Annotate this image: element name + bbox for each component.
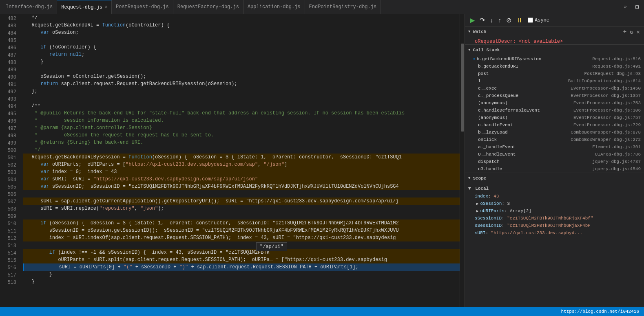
scope-expand-triangle: ▶	[476, 202, 478, 206]
line-num-505: 505	[0, 184, 16, 191]
resume-button[interactable]: ▶	[468, 15, 476, 25]
scope-entry-expandable-2[interactable]: ▶oURIParts: Array[2]	[465, 206, 644, 214]
code-line-499: * @returns {String} the back-end URI.	[23, 139, 460, 146]
code-line-503: var index = 0; index = 43	[23, 168, 460, 176]
pause-button[interactable]: ⏸	[515, 16, 524, 25]
code-line-517: }	[23, 271, 460, 278]
line-numbers: 4824834844854864874884894904914924934944…	[0, 14, 20, 307]
callstack-func-6: (anonymous)	[478, 99, 560, 107]
callstack-func-4: c._exec	[478, 85, 560, 92]
callstack-entry-13[interactable]: U._handleEventUIArea-dbg.js:786	[465, 151, 644, 158]
callstack-entry-14[interactable]: dispatchjquery-dbg.js:4737	[465, 158, 644, 165]
callstack-entry-4[interactable]: c._execEventProcessor-dbg.js:1450	[465, 85, 644, 92]
line-num-511: 511	[0, 228, 16, 235]
callstack-entry-1[interactable]: b.getBackendURIRequest-dbg.js:491	[465, 63, 644, 70]
watch-collapse-button[interactable]: ✕	[636, 29, 641, 35]
call-stack-header[interactable]: ▼ Call Stack	[465, 45, 644, 55]
tab-tab2[interactable]: Request-dbg.js×	[57, 0, 112, 14]
callstack-entry-11[interactable]: onclickComboBoxWrapper-dbg.js:272	[465, 136, 644, 143]
callstack-file-15: jquery-dbg.js:4549	[592, 165, 641, 173]
tab-tab4[interactable]: RequestFactory-dbg.js	[173, 0, 243, 14]
debug-toolbar: ▶ ↷ ↓ ↑ ⊘ ⏸ Async	[465, 14, 644, 26]
scope-local-header[interactable]: ▼ Local	[465, 184, 644, 192]
code-line-492: };	[23, 88, 460, 95]
callstack-entry-7[interactable]: c.handleDeferrableEventEventProcessor-db…	[465, 107, 644, 114]
code-editor[interactable]: 4824834844854864874884894904914924934944…	[0, 14, 465, 307]
line-num-504: 504	[0, 176, 16, 184]
callstack-file-10: ComboBoxWrapper-dbg.js:878	[571, 129, 641, 136]
scope-entry-0: index: 43	[465, 192, 644, 199]
scope-entry-suri: sURI: "https://qx1-cust233.dev.sapbyd...	[465, 228, 644, 236]
callstack-entry-10[interactable]: b._lazyLoadComboBoxWrapper-dbg.js:878	[465, 129, 644, 136]
callstack-entry-0[interactable]: ●b.getBackendURIBysessionRequest-dbg.js:…	[465, 55, 644, 63]
scope-entry-sessionid: sSessionID: "cz1TSUQlM2FBTk9OJTNhbGRjaXF…	[465, 221, 644, 228]
code-line-516: sURI = oURIParts[0] + "(" + sSessionID +…	[23, 263, 460, 271]
callstack-entry-9[interactable]: c.handleEventEventProcessor-dbg.js:729	[465, 121, 644, 129]
code-line-485	[23, 36, 460, 44]
tab-tab6[interactable]: EndPointRegistry-dbg.js	[305, 0, 381, 14]
callstack-entry-2[interactable]: postPostRequest-dbg.js:98	[465, 70, 644, 77]
tab-close-tab2[interactable]: ×	[105, 5, 107, 9]
code-line-491: return sap.client.request.Request.getBac…	[23, 80, 460, 88]
line-num-507: 507	[0, 198, 16, 206]
line-num-496: 496	[0, 118, 16, 125]
line-num-500: 500	[0, 147, 16, 154]
callstack-func-3: l	[478, 77, 560, 85]
callstack-entry-8[interactable]: (anonymous)EventProcessor-dbg.js:757	[465, 114, 644, 121]
watch-add-button[interactable]: +	[622, 29, 627, 35]
callstack-entry-6[interactable]: (anonymous)EventProcessor-dbg.js:753	[465, 99, 644, 107]
tab-tab1[interactable]: Interface-dbg.js	[2, 0, 57, 14]
callstack-func-10: b._lazyLoad	[478, 129, 560, 136]
tab-tab5[interactable]: Application-dbg.js	[243, 0, 305, 14]
watch-triangle-icon: ▼	[468, 30, 470, 34]
code-line-488: }	[23, 58, 460, 66]
code-content[interactable]: "/ap/ui" */ Request.getBackendURI = func…	[20, 14, 460, 307]
callstack-entry-12[interactable]: a._handleEventElement-dbg.js:301	[465, 143, 644, 151]
tab-bar: Interface-dbg.jsRequest-dbg.js×PostReque…	[0, 0, 644, 14]
line-num-495: 495	[0, 110, 16, 118]
tooltip: "/ap/ui"	[256, 242, 287, 251]
callstack-file-14: jquery-dbg.js:4737	[592, 158, 641, 165]
callstack-func-13: U._handleEvent	[478, 151, 560, 158]
code-line-515: oURIParts = sURI.split(sap.client.reques…	[23, 256, 460, 263]
tab-tab3[interactable]: PostRequest-dbg.js	[112, 0, 173, 14]
callstack-func-1: b.getBackendURI	[478, 63, 560, 70]
callstack-func-9: c.handleEvent	[478, 121, 560, 129]
async-checkbox[interactable]	[528, 18, 533, 23]
callstack-entry-5[interactable]: c._processQueueEventProcessor-dbg.js:135…	[465, 92, 644, 99]
async-checkbox-group: Async	[528, 18, 549, 23]
callstack-current-indicator: ●	[473, 55, 475, 63]
call-stack-entries: ●b.getBackendURIBysessionRequest-dbg.js:…	[465, 55, 644, 173]
deactivate-button[interactable]: ⊘	[505, 15, 513, 25]
scrollbar-thumb[interactable]	[461, 44, 464, 132]
scope-triangle-icon: ▼	[468, 176, 470, 180]
split-editor-button[interactable]: ⊡	[633, 3, 641, 11]
right-panel: ▶ ↷ ↓ ↑ ⊘ ⏸ Async ▼ Watch + ↻ ✕ oReques	[465, 14, 644, 307]
scope-header[interactable]: ▼ Scope	[465, 173, 644, 184]
line-num-518: 518	[0, 279, 16, 286]
line-num-498: 498	[0, 132, 16, 140]
callstack-entry-15[interactable]: c3.handlejquery-dbg.js:4549	[465, 165, 644, 173]
step-over-button[interactable]: ↷	[478, 15, 487, 25]
scope-entry-expandable-1[interactable]: ▶oSession: S	[465, 199, 644, 206]
watch-refresh-button[interactable]: ↻	[629, 29, 634, 35]
line-num-508: 508	[0, 206, 16, 213]
code-line-507: sURI = sap.client.getCurrentApplication(…	[23, 198, 460, 205]
code-line-500: */	[23, 146, 460, 154]
callstack-func-14: dispatch	[478, 158, 560, 165]
step-out-button[interactable]: ↑	[496, 16, 503, 25]
watch-header[interactable]: ▼ Watch + ↻ ✕	[465, 26, 644, 37]
code-line-496: * session information is calculated.	[23, 117, 460, 124]
vertical-scrollbar[interactable]	[460, 14, 465, 307]
tab-overflow-button[interactable]: »	[621, 4, 630, 10]
callstack-file-2: PostRequest-dbg.js:98	[584, 70, 641, 77]
step-into-button[interactable]: ↓	[488, 16, 495, 25]
watch-actions: + ↻ ✕	[622, 29, 641, 35]
line-num-512: 512	[0, 235, 16, 242]
line-num-503: 503	[0, 169, 16, 176]
callstack-file-11: ComboBoxWrapper-dbg.js:272	[571, 136, 641, 143]
status-url: https://blog.csdn.net/i042416	[561, 309, 639, 314]
callstack-entry-3[interactable]: lBuiltInOperation-dbg.js:614	[465, 77, 644, 85]
async-label[interactable]: Async	[535, 18, 549, 23]
code-line-483: Request.getBackendURI = function(oContro…	[23, 22, 460, 29]
